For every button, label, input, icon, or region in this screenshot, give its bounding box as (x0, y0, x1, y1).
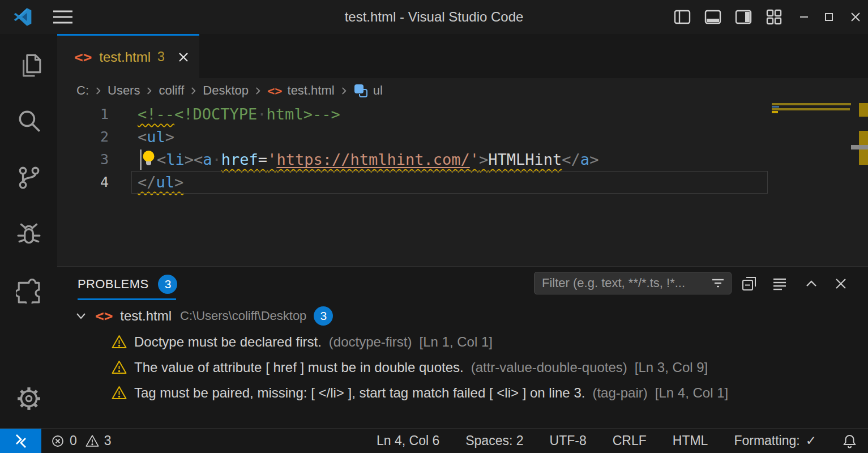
tab-strip: <> test.html 3 ⋯ (57, 34, 868, 78)
line-number: 1 (57, 103, 109, 126)
lightbulb-icon[interactable] (142, 150, 156, 166)
close-panel-icon[interactable] (833, 276, 849, 292)
minimap-line-3 (772, 108, 850, 110)
tab-test-html[interactable]: <> test.html 3 (57, 34, 199, 78)
code-line-1: 1 <!--<!DOCTYPE·html>--> (57, 103, 868, 126)
status-language-mode[interactable]: HTML (673, 433, 708, 448)
status-formatting[interactable]: Formatting: ✓ (734, 433, 816, 448)
settings-gear-icon[interactable] (16, 386, 42, 412)
line-number: 3 (57, 148, 109, 171)
chevron-right-icon (340, 87, 348, 95)
menu-hamburger-icon[interactable] (52, 9, 74, 25)
filter-icon[interactable] (711, 276, 725, 290)
problems-file-row[interactable]: <> test.html C:\Users\coliff\Desktop 3 (57, 303, 868, 329)
warning-icon (112, 360, 127, 374)
html-file-icon: <> (95, 307, 113, 324)
minimap-line-4 (772, 111, 778, 113)
chevron-right-icon (254, 87, 262, 95)
problem-message: Doctype must be declared first. (134, 334, 322, 350)
window-close-icon[interactable] (846, 8, 865, 26)
filter-input[interactable] (535, 276, 711, 290)
run-debug-icon[interactable] (16, 221, 42, 247)
check-icon: ✓ (806, 433, 816, 448)
breadcrumb-drive[interactable]: C: (76, 83, 89, 98)
tab-label: test.html (99, 49, 151, 65)
breadcrumb-symbol[interactable]: ul (373, 83, 383, 98)
title-bar: test.html - Visual Studio Code (0, 0, 868, 34)
status-cursor-position[interactable]: Ln 4, Col 6 (377, 433, 439, 448)
tab-close-icon[interactable] (177, 50, 190, 64)
status-problems[interactable]: 0 3 (51, 433, 112, 448)
vscode-logo-icon (14, 8, 32, 26)
breadcrumb-users[interactable]: Users (108, 83, 140, 98)
search-icon[interactable] (16, 108, 42, 134)
tab-problems-count: 3 (157, 49, 165, 65)
status-encoding[interactable]: UTF-8 (550, 433, 587, 448)
whitespace-dot: · (212, 151, 221, 168)
status-right-group: Ln 4, Col 6 Spaces: 2 UTF-8 CRLF HTML Fo… (377, 433, 868, 448)
chevron-right-icon (189, 87, 198, 95)
notifications-bell-icon[interactable] (843, 434, 857, 448)
warning-icon (85, 434, 99, 447)
maximize-panel-icon[interactable] (803, 276, 819, 292)
breadcrumb-coliff[interactable]: coliff (159, 83, 184, 98)
toggle-secondary-sidebar-icon[interactable] (734, 8, 752, 26)
problem-position: [Ln 4, Col 1] (655, 385, 728, 401)
toggle-sidebar-icon[interactable] (673, 8, 691, 26)
collapse-all-icon[interactable] (741, 276, 757, 292)
window-minimize-icon[interactable] (795, 8, 813, 26)
code-line-3: 3 <li><a·href='https://htmlhint.com/'>HT… (57, 148, 868, 171)
problem-code: (doctype-first) (329, 334, 412, 350)
breadcrumb-file[interactable]: test.html (288, 83, 335, 98)
current-line-highlight (131, 171, 768, 194)
chevron-down-icon[interactable] (74, 309, 88, 323)
problems-tab-label: PROBLEMS (78, 277, 148, 292)
problem-message: Tag must be paired, missing: [ </li> ], … (134, 385, 585, 401)
problem-row[interactable]: Tag must be paired, missing: [ </li> ], … (57, 380, 868, 405)
minimap-line-1 (772, 103, 851, 105)
code-line-content[interactable]: <!--<!DOCTYPE·html>--> (109, 103, 340, 126)
problems-file-name: test.html (120, 308, 172, 324)
active-tab-indicator (78, 298, 176, 300)
file-problems-badge: 3 (314, 306, 333, 326)
customize-layout-icon[interactable] (765, 8, 783, 26)
status-indentation[interactable]: Spaces: 2 (465, 433, 523, 448)
warning-icon (112, 335, 127, 349)
tab-problems[interactable]: PROBLEMS 3 (78, 275, 177, 294)
status-eol[interactable]: CRLF (613, 433, 647, 448)
problems-file-path: C:\Users\coliff\Desktop (180, 309, 306, 323)
error-count: 0 (70, 433, 77, 448)
problem-row[interactable]: The value of attribute [ href ] must be … (57, 354, 868, 380)
problem-message: The value of attribute [ href ] must be … (134, 360, 464, 375)
html-file-icon: <> (267, 84, 283, 98)
problem-row[interactable]: Doctype must be declared first. (doctype… (57, 329, 868, 354)
extensions-icon[interactable] (16, 277, 42, 304)
breadcrumb-desktop[interactable]: Desktop (203, 83, 249, 98)
code-line-2: 2 <ul> (57, 126, 868, 148)
line-number-active: 4 (57, 171, 109, 194)
activity-bar (0, 34, 57, 428)
explorer-icon[interactable] (16, 51, 42, 77)
status-bar: 0 3 Ln 4, Col 6 Spaces: 2 UTF-8 CRLF HTM… (0, 428, 868, 453)
problems-count-badge: 3 (158, 275, 177, 294)
overview-ruler-cursor[interactable] (851, 145, 868, 149)
link-url[interactable]: https://htmlhint.com/ (276, 151, 469, 168)
symbol-element-icon (353, 83, 368, 98)
source-control-icon[interactable] (16, 164, 42, 190)
window-maximize-icon[interactable] (820, 8, 838, 26)
toggle-panel-icon[interactable] (704, 8, 722, 26)
line-number: 2 (57, 126, 109, 148)
code-line-content[interactable]: <ul> (109, 126, 174, 148)
warning-icon (112, 386, 127, 400)
problem-code: (attr-value-double-quotes) (471, 360, 627, 375)
minimap-line-2 (772, 106, 779, 108)
remote-indicator[interactable] (0, 429, 41, 453)
chevron-right-icon (94, 87, 102, 95)
code-line-content[interactable]: <li><a·href='https://htmlhint.com/'>HTML… (109, 148, 598, 171)
remote-icon (12, 433, 30, 450)
editor-group: <> test.html 3 ⋯ C: Users coliff Desktop… (57, 34, 868, 428)
view-as-list-icon[interactable] (772, 276, 788, 292)
code-editor[interactable]: 1 <!--<!DOCTYPE·html>--> 2 <ul> 3 <li><a… (57, 103, 868, 266)
error-icon (51, 434, 65, 448)
chevron-right-icon (145, 87, 153, 95)
